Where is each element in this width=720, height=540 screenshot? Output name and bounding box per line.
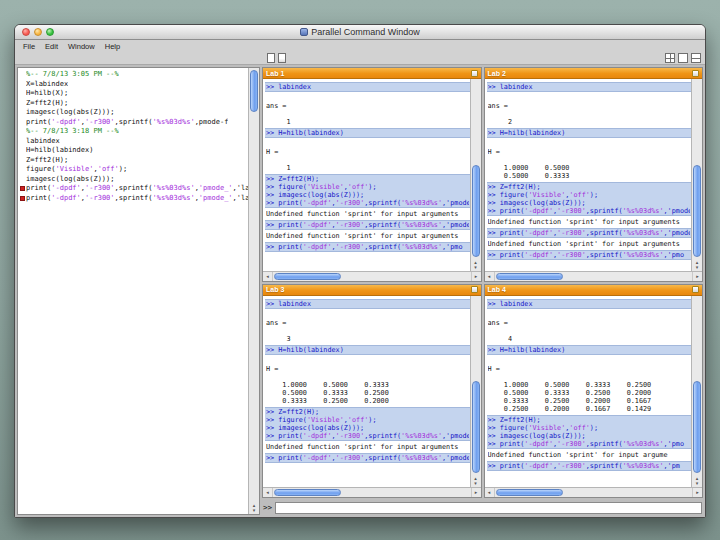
editor-line: X=labindex xyxy=(18,80,248,90)
output-block: ans = 3 xyxy=(265,311,470,343)
editor-line: imagesc(log(abs(Z))); xyxy=(18,108,248,118)
lab-horizontal-scrollbar[interactable]: ◂▸ xyxy=(485,271,703,281)
lab-panel-2: Lab 2>> labindex ans = 2>> H=hilb(labind… xyxy=(484,67,704,282)
menu-bar: FileEditWindowHelp xyxy=(15,40,705,52)
command-block: >> print('-dpdf','-r300',sprintf('%s%03d… xyxy=(487,228,692,238)
lab-header[interactable]: Lab 3 xyxy=(263,285,481,296)
gutter xyxy=(18,146,26,156)
window-controls xyxy=(22,28,54,36)
output-block: H = 1.0000 0.5000 0.3333 0.2500 0.5000 0… xyxy=(487,357,692,413)
toolbar-right xyxy=(665,53,701,63)
menu-help[interactable]: Help xyxy=(105,42,120,51)
title-bar[interactable]: Parallel Command Window xyxy=(15,25,705,40)
output-block: Undefined function 'sprint' for input ar… xyxy=(265,443,470,451)
lab-header[interactable]: Lab 1 xyxy=(263,68,481,79)
editor-line: print('-dpdf','-r300',sprintf('%s%03d%s'… xyxy=(18,184,248,194)
command-block: >> print('-dpdf','-r300',sprintf('%s%03d… xyxy=(265,242,470,252)
prompt-row: >> xyxy=(262,500,703,515)
lab-header[interactable]: Lab 4 xyxy=(485,285,703,296)
output-block: H = 1.0000 0.5000 0.5000 0.3333 xyxy=(487,140,692,180)
gutter xyxy=(18,156,26,166)
lab-output: >> labindex ans = 2>> H=hilb(labindex) H… xyxy=(485,79,692,271)
gutter xyxy=(18,127,26,137)
lab-output: >> labindex ans = 3>> H=hilb(labindex) H… xyxy=(263,296,470,488)
gutter xyxy=(18,70,26,80)
lab-vertical-scrollbar[interactable]: ▴▾ xyxy=(691,296,702,488)
output-block: Undefined function 'sprint' for input ar… xyxy=(487,451,692,459)
lab-vertical-scrollbar[interactable]: ▴▾ xyxy=(691,79,702,271)
lab-horizontal-scrollbar[interactable]: ◂▸ xyxy=(263,271,481,281)
lab-menu-button[interactable] xyxy=(692,286,699,293)
lab-output: >> labindex ans = 4>> H=hilb(labindex) H… xyxy=(485,296,692,488)
editor-line-text: imagesc(log(abs(Z))); xyxy=(26,108,115,118)
menu-edit[interactable]: Edit xyxy=(45,42,58,51)
lab-menu-button[interactable] xyxy=(471,70,478,77)
scrollbar-thumb[interactable] xyxy=(250,70,258,112)
command-block: >> Z=fft2(H);>> figure('Visible','off');… xyxy=(265,407,470,441)
editor-line-text: H=hilb(X); xyxy=(26,89,68,99)
lab-header[interactable]: Lab 2 xyxy=(485,68,703,79)
gutter xyxy=(18,89,26,99)
editor-line: print('-dpdf','-r300',sprintf('%s%03d%s'… xyxy=(18,194,248,204)
editor-line-text: print('-dpdf','-r300',sprintf('%s%03d%s'… xyxy=(26,118,228,128)
lab-horizontal-scrollbar[interactable]: ◂▸ xyxy=(263,487,481,497)
lab-panel-3: Lab 3>> labindex ans = 3>> H=hilb(labind… xyxy=(262,284,482,499)
lab-panel-4: Lab 4>> labindex ans = 4>> H=hilb(labind… xyxy=(484,284,704,499)
editor-vertical-scrollbar[interactable]: ▴▾ xyxy=(248,68,259,514)
prompt-label: >> xyxy=(263,503,272,512)
editor-line-text: %-- 7/8/13 3:18 PM --% xyxy=(26,127,119,137)
scrollbar-arrows[interactable]: ▴▾ xyxy=(249,503,259,513)
command-block: >> Z=fft2(H);>> figure('Visible','off');… xyxy=(487,182,692,216)
lab-menu-button[interactable] xyxy=(692,70,699,77)
editor-line: Z=fft2(H); xyxy=(18,156,248,166)
output-block: ans = 4 xyxy=(487,311,692,343)
lab-title: Lab 3 xyxy=(266,286,284,293)
command-block: >> labindex xyxy=(265,299,470,309)
editor-line: %-- 7/8/13 3:05 PM --% xyxy=(18,70,248,80)
editor-line-text: %-- 7/8/13 3:05 PM --% xyxy=(26,70,119,80)
lab-vertical-scrollbar[interactable]: ▴▾ xyxy=(470,79,481,271)
close-button[interactable] xyxy=(22,28,30,36)
command-block: >> labindex xyxy=(487,82,692,92)
main-content: %-- 7/8/13 3:05 PM --%X=labindexH=hilb(X… xyxy=(15,65,705,517)
single-layout-icon[interactable] xyxy=(678,53,688,63)
gutter xyxy=(18,108,26,118)
editor-line: %-- 7/8/13 3:18 PM --% xyxy=(18,127,248,137)
command-block: >> print('-dpdf','-r300',sprintf('%s%03d… xyxy=(265,220,470,230)
zoom-button[interactable] xyxy=(46,28,54,36)
output-block: H = 1.0000 0.5000 0.3333 0.5000 0.3333 0… xyxy=(265,357,470,405)
editor-line: H=hilb(labindex) xyxy=(18,146,248,156)
parallel-command-window: Parallel Command Window FileEditWindowHe… xyxy=(14,24,706,518)
editor-line-text: Z=fft2(H); xyxy=(26,156,68,166)
editor-line-text: labindex xyxy=(26,137,60,147)
output-block: ans = 1 xyxy=(265,94,470,126)
editor-line: print('-dpdf','-r300',sprintf('%s%03d%s'… xyxy=(18,118,248,128)
command-block: >> print('-dpdf','-r300',sprintf('%s%03d… xyxy=(265,453,470,463)
split-layout-icon[interactable] xyxy=(691,53,701,63)
minimize-button[interactable] xyxy=(34,28,42,36)
open-document-icon[interactable] xyxy=(278,53,286,63)
lab-horizontal-scrollbar[interactable]: ◂▸ xyxy=(485,487,703,497)
gutter xyxy=(18,99,26,109)
window-title-area: Parallel Command Window xyxy=(15,25,705,39)
editor-line-text: Z=fft2(H); xyxy=(26,99,68,109)
gutter xyxy=(18,165,26,175)
lab-vertical-scrollbar[interactable]: ▴▾ xyxy=(470,296,481,488)
tile-layout-icon[interactable] xyxy=(665,53,675,63)
lab-title: Lab 2 xyxy=(488,70,506,77)
new-document-icon[interactable] xyxy=(267,53,275,63)
editor-line-text: figure('Visible','off'); xyxy=(26,165,127,175)
command-input[interactable] xyxy=(275,502,702,514)
output-block: ans = 2 xyxy=(487,94,692,126)
lab-title: Lab 4 xyxy=(488,286,506,293)
output-block: Undefined function 'sprint' for input ar… xyxy=(265,210,470,218)
editor-line: imagesc(log(abs(Z))); xyxy=(18,175,248,185)
menu-window[interactable]: Window xyxy=(68,42,95,51)
output-block: Undefined function 'sprint' for input ar… xyxy=(487,240,692,248)
editor-line-text: print('-dpdf','-r300',sprintf('%s%03d%s'… xyxy=(26,194,248,204)
editor-line: figure('Visible','off'); xyxy=(18,165,248,175)
lab-menu-button[interactable] xyxy=(471,286,478,293)
history-editor[interactable]: %-- 7/8/13 3:05 PM --%X=labindexH=hilb(X… xyxy=(17,67,260,515)
menu-file[interactable]: File xyxy=(23,42,35,51)
editor-line: labindex xyxy=(18,137,248,147)
